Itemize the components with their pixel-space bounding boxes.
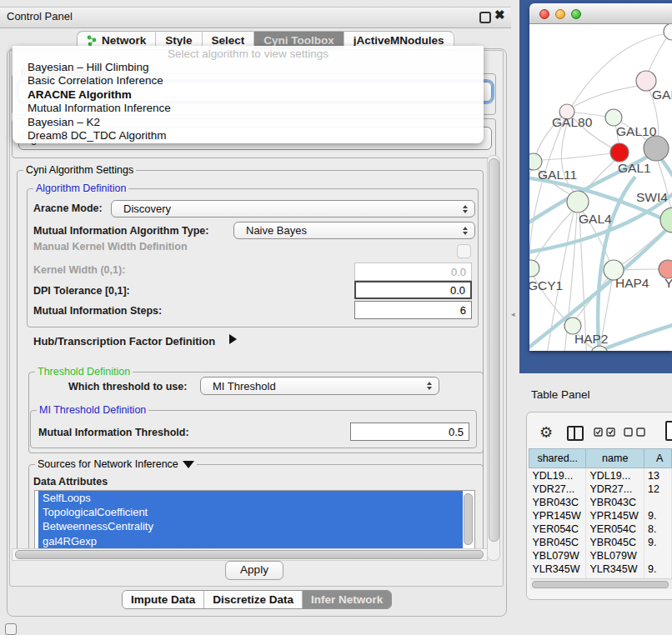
table-row[interactable]: YDL19...YDL19...13 (529, 468, 672, 482)
settings-hscrollbar-thumb[interactable] (15, 550, 484, 559)
algorithm-dropdown[interactable]: Select algorithm to view settings Bayesi… (13, 46, 484, 143)
algorithm-option[interactable]: Dream8 DC_TDC Algorithm (13, 129, 484, 142)
column-header-shared[interactable]: shared... (529, 449, 586, 468)
collapsed-panel-icon[interactable] (5, 623, 17, 635)
table-cell: YLR345W (529, 562, 586, 575)
table-row[interactable]: YPR145WYPR145W9. (529, 508, 672, 522)
table-cell (644, 495, 672, 508)
splitter-arrow-icon[interactable]: ◂ (511, 310, 515, 318)
algorithm-option[interactable]: Basic Correlation Inference (13, 74, 484, 88)
table-cell: 13 (644, 468, 672, 482)
network-edge[interactable] (623, 230, 664, 264)
node-label-GAL1: GAL1 (618, 161, 651, 175)
mi-type-label: Mutual Information Algorithm Type: (33, 225, 208, 237)
manual-kernel-checkbox[interactable] (457, 244, 471, 258)
algorithm-option[interactable]: ARACNE Algorithm (13, 88, 484, 102)
combo-arrows-icon (463, 205, 468, 213)
network-window-titlebar[interactable] (529, 3, 672, 24)
network-node-GCY1[interactable] (529, 260, 539, 277)
network-edge[interactable] (649, 38, 666, 72)
algorithm-option[interactable]: Bayesian – Hill Climbing (13, 61, 484, 74)
dropdown-hint: Select algorithm to view settings (13, 47, 484, 61)
node-label-SWI4: SWI4 (636, 190, 668, 204)
checked-boxes-icon[interactable] (594, 428, 615, 437)
table-cell: YDL19... (529, 468, 586, 482)
which-threshold-combo[interactable]: MI Threshold (200, 377, 439, 395)
gear-icon[interactable]: ⚙ (539, 423, 553, 442)
zoom-traffic-light[interactable] (571, 9, 581, 19)
network-edge[interactable] (624, 269, 659, 270)
table-hscrollbar-thumb[interactable] (532, 581, 669, 588)
table-row[interactable]: YLR345WYLR345W9. (529, 562, 672, 575)
list-scrollbar-thumb[interactable] (464, 493, 473, 545)
mi-steps-field[interactable]: 6 (354, 301, 472, 319)
data-attributes-list[interactable]: SelfLoopsTopologicalCoefficientBetweenne… (34, 490, 475, 548)
network-edge[interactable] (529, 170, 531, 210)
network-node-SWI4[interactable] (660, 208, 672, 232)
hub-expand-icon[interactable] (229, 334, 237, 344)
table-panel-title: Table Panel (531, 388, 590, 401)
table-cell: YDR27... (586, 482, 644, 495)
columns-icon[interactable] (567, 426, 584, 441)
table-cell: 9. (644, 535, 672, 548)
network-node-GAL4[interactable] (567, 191, 589, 212)
kernel-width-field[interactable]: 0.0 (354, 262, 472, 281)
apply-button[interactable]: Apply (225, 561, 283, 580)
screen: Control Panel ✖ NetworkStyleSelectCyni T… (0, 0, 672, 635)
table-row[interactable]: YBR043CYBR043C (529, 495, 672, 508)
table-cell: YPR145W (529, 508, 586, 522)
table-hscrollbar[interactable] (530, 578, 672, 589)
node-label-HAP4: HAP4 (615, 276, 649, 290)
network-node-graynode[interactable] (644, 136, 669, 161)
kernel-width-label: Kernel Width (0,1): (33, 264, 125, 276)
table-row[interactable]: YER054CYER054C8. (529, 522, 672, 535)
mi-type-combo[interactable]: Naive Bayes (233, 222, 475, 239)
close-icon[interactable]: ✖ (494, 8, 505, 22)
dpi-tolerance-label: DPI Tolerance [0,1]: (33, 285, 130, 297)
network-node-GAL10[interactable] (605, 109, 622, 126)
table-row[interactable]: YDR27...YDR27...12 (529, 482, 672, 495)
table-row[interactable]: YBR045CYBR045C9. (529, 535, 672, 548)
algorithm-option[interactable]: Bayesian – K2 (13, 116, 484, 129)
bottom-tab-infer-network[interactable]: Infer Network (303, 591, 391, 608)
network-edge[interactable] (534, 212, 572, 261)
close-traffic-light[interactable] (539, 9, 549, 19)
network-node-topnode[interactable] (664, 24, 672, 40)
algorithm-definition-title: Algorithm Definition (33, 183, 128, 194)
network-edge[interactable] (579, 213, 587, 351)
combo-arrows-icon (427, 382, 432, 390)
table-cell: YBR043C (586, 495, 644, 508)
aracne-mode-combo[interactable]: Discovery (111, 200, 475, 218)
mi-threshold-field[interactable]: 0.5 (350, 422, 469, 441)
data-attribute-item[interactable]: TopologicalCoefficient (38, 505, 463, 519)
table-row[interactable]: YBL079WYBL079W (529, 548, 672, 562)
algorithm-option[interactable]: Mutual Information Inference (13, 102, 484, 115)
settings-vscrollbar-thumb[interactable] (489, 158, 499, 542)
network-node-GAL1[interactable] (610, 143, 629, 162)
network-canvas[interactable]: GAL2GAL80GAL10GAL1GAL11GAL4SWI4HAP4YGCY1… (529, 24, 672, 351)
minimize-traffic-light[interactable] (555, 9, 565, 19)
network-window[interactable]: GAL2GAL80GAL10GAL1GAL11GAL4SWI4HAP4YGCY1… (529, 3, 672, 351)
table-cell: YLR345W (586, 562, 644, 575)
dpi-tolerance-field[interactable]: 0.0 (354, 281, 472, 299)
unchecked-boxes-icon[interactable] (624, 428, 645, 437)
bottom-tab-impute-data[interactable]: Impute Data (123, 591, 204, 608)
column-header-A[interactable]: A (644, 449, 672, 468)
data-attribute-item[interactable]: SelfLoops (38, 491, 463, 505)
table-cell: 12 (644, 482, 672, 495)
data-attribute-item[interactable]: gal4RGexp (38, 534, 463, 548)
settings-scrollpane: Cyni Algorithm Settings Algorithm Defini… (11, 155, 486, 548)
mi-threshold-label: Mutual Information Threshold: (38, 427, 189, 438)
sources-collapse-icon[interactable] (183, 461, 194, 468)
table-cell: 8. (644, 522, 672, 535)
float-window-icon[interactable] (479, 12, 491, 23)
node-label-GAL4: GAL4 (579, 212, 612, 226)
table-cell: YER054C (529, 522, 586, 535)
document-icon[interactable] (665, 421, 672, 441)
network-edge[interactable] (542, 153, 610, 160)
table-cell: 9. (644, 508, 672, 522)
column-header-name[interactable]: name (586, 449, 644, 468)
data-attribute-item[interactable]: BetweennessCentrality (38, 519, 463, 533)
bottom-tab-discretize-data[interactable]: Discretize Data (204, 591, 303, 608)
node-label-GAL80: GAL80 (552, 115, 593, 129)
